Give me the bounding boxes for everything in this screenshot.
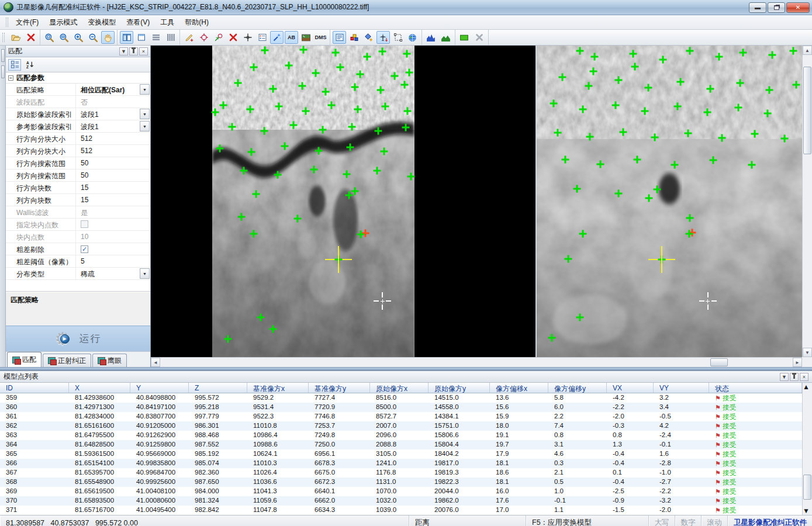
param-value[interactable]: ✓ bbox=[76, 243, 150, 255]
panel-tab-匹配[interactable]: 匹配 bbox=[7, 352, 42, 367]
table-row[interactable]: 36381.6479550040.91262900988.46810986.47… bbox=[0, 431, 802, 440]
match-point-marker[interactable] bbox=[400, 81, 408, 89]
column-header-VY[interactable]: VY bbox=[654, 383, 709, 393]
table-row[interactable]: 36781.6539570040.99684700982.36011026.46… bbox=[0, 468, 802, 477]
match-point-marker[interactable] bbox=[351, 188, 358, 195]
match-point-marker[interactable] bbox=[343, 170, 350, 178]
param-value[interactable]: 50 bbox=[76, 169, 150, 181]
table-row[interactable]: 35981.4293860040.84098800995.5729529.277… bbox=[0, 393, 802, 403]
match-point-marker[interactable] bbox=[281, 143, 288, 150]
match-point-marker[interactable] bbox=[645, 194, 653, 202]
scroll-right-arrow[interactable]: ► bbox=[793, 358, 802, 367]
match-point-marker[interactable] bbox=[579, 230, 586, 238]
match-point-marker[interactable] bbox=[290, 122, 298, 129]
param-dropdown-button[interactable]: ▼ bbox=[140, 109, 150, 119]
param-dropdown-button[interactable]: ▼ bbox=[140, 268, 150, 279]
match-point-marker[interactable] bbox=[659, 56, 666, 63]
table-row[interactable]: 36181.4283400040.83807700997.7799522.377… bbox=[0, 412, 802, 421]
match-point-marker[interactable] bbox=[579, 106, 586, 113]
match-point-marker[interactable] bbox=[381, 102, 389, 110]
match-point-marker[interactable] bbox=[211, 108, 219, 116]
match-point-marker[interactable] bbox=[709, 157, 717, 164]
table-vertical-scrollbar[interactable]: ▲ ▼ bbox=[802, 383, 812, 515]
column-header-基准像方y[interactable]: 基准像方y bbox=[309, 383, 370, 393]
delete-red-x-button[interactable] bbox=[24, 31, 37, 44]
match-point-marker[interactable] bbox=[407, 173, 414, 181]
match-point-marker[interactable] bbox=[363, 53, 371, 61]
param-dropdown-button[interactable]: ▼ bbox=[140, 84, 150, 95]
match-point-marker[interactable] bbox=[380, 148, 388, 155]
flight-apply-button[interactable] bbox=[376, 31, 390, 44]
table-row[interactable]: 37081.6589350041.00080600981.32411059.66… bbox=[0, 496, 802, 506]
scroll-down-arrow[interactable]: ▼ bbox=[803, 348, 812, 357]
green-rect-button[interactable] bbox=[458, 31, 471, 44]
zoom-out-button[interactable] bbox=[87, 31, 100, 44]
param-checkbox[interactable] bbox=[81, 220, 88, 228]
match-point-marker[interactable] bbox=[246, 106, 254, 113]
source-image-pane[interactable] bbox=[151, 46, 537, 357]
match-point-marker[interactable] bbox=[634, 155, 641, 163]
scroll-up-arrow[interactable]: ▲ bbox=[803, 46, 812, 55]
point-list-button[interactable] bbox=[255, 31, 269, 44]
match-point-marker[interactable] bbox=[685, 230, 693, 237]
match-point-marker[interactable] bbox=[261, 46, 269, 54]
param-row-匹配策略[interactable]: 匹配策略相位匹配(Sar)▼ bbox=[6, 84, 150, 96]
match-point-marker[interactable] bbox=[274, 171, 282, 178]
panel-pin-button[interactable] bbox=[129, 47, 138, 56]
categorize-button[interactable] bbox=[8, 59, 21, 71]
panel-close-button[interactable]: × bbox=[139, 47, 148, 56]
match-point-marker[interactable] bbox=[586, 133, 594, 141]
color-blocks-button[interactable] bbox=[347, 31, 361, 44]
restore-button[interactable] bbox=[768, 2, 785, 13]
match-point-marker[interactable] bbox=[558, 74, 566, 81]
match-point-marker[interactable] bbox=[790, 47, 797, 55]
column-header-X[interactable]: X bbox=[69, 383, 130, 393]
param-dropdown-button[interactable]: ▼ bbox=[140, 121, 150, 132]
match-point-marker[interactable] bbox=[561, 155, 569, 163]
match-point-marker[interactable] bbox=[247, 148, 255, 156]
column-header-基准像方x[interactable]: 基准像方x bbox=[247, 383, 309, 393]
table-row[interactable]: 36981.6561950041.00408100984.00011041.36… bbox=[0, 487, 802, 496]
param-value[interactable]: 512 bbox=[76, 133, 150, 144]
match-point-marker[interactable] bbox=[644, 84, 652, 91]
param-value[interactable]: 否 bbox=[76, 96, 150, 108]
close-button[interactable]: ✕ bbox=[786, 2, 810, 13]
table-row[interactable]: 36281.6516160040.91205000986.30111010.87… bbox=[0, 421, 802, 431]
column-header-像方偏移y[interactable]: 像方偏移y bbox=[548, 383, 607, 393]
menu-item-显示模式[interactable]: 显示模式 bbox=[44, 16, 82, 29]
param-value[interactable]: 512 bbox=[76, 145, 150, 157]
collapse-icon[interactable]: − bbox=[8, 75, 13, 81]
table-row[interactable]: 36081.4297130040.84197100995.2189531.477… bbox=[0, 403, 802, 412]
match-point-marker[interactable] bbox=[379, 48, 386, 56]
match-point-marker[interactable] bbox=[739, 49, 747, 57]
table-scroll-down-arrow[interactable]: ▼ bbox=[803, 507, 812, 515]
param-row-参考影像波段索引[interactable]: 参考影像波段索引波段1▼ bbox=[6, 120, 150, 133]
match-point-marker[interactable] bbox=[780, 135, 788, 143]
selected-point-crosshair[interactable] bbox=[648, 246, 675, 273]
az-sort-button[interactable]: AZ bbox=[23, 59, 36, 71]
column-header-Z[interactable]: Z bbox=[189, 383, 247, 393]
match-point-marker[interactable] bbox=[300, 46, 307, 53]
match-point-marker[interactable] bbox=[322, 88, 330, 95]
match-point-marker[interactable] bbox=[554, 129, 562, 137]
match-point-marker[interactable] bbox=[630, 50, 637, 57]
match-point-marker[interactable] bbox=[766, 86, 773, 94]
match-point-marker[interactable] bbox=[285, 62, 293, 70]
table-row[interactable]: 36581.5936150040.95669000985.19210624.16… bbox=[0, 449, 802, 459]
match-point-marker[interactable] bbox=[346, 144, 354, 151]
menu-item-文件F[interactable]: 文件(F) bbox=[11, 16, 44, 29]
match-point-marker[interactable] bbox=[391, 72, 398, 80]
match-point-marker[interactable] bbox=[614, 189, 622, 197]
menu-item-工具[interactable]: 工具 bbox=[155, 16, 179, 29]
match-point-marker[interactable] bbox=[294, 215, 302, 223]
match-point-marker[interactable] bbox=[331, 49, 339, 57]
param-row-列方向分块大小[interactable]: 列方向分块大小512 bbox=[6, 145, 150, 157]
match-point-marker[interactable] bbox=[240, 167, 248, 175]
form-view-button[interactable] bbox=[333, 31, 346, 44]
table-scroll-up-arrow[interactable]: ▲ bbox=[803, 383, 812, 391]
match-point-marker[interactable] bbox=[576, 313, 584, 321]
param-row-分布类型[interactable]: 分布类型稀疏▼ bbox=[6, 268, 150, 280]
menu-item-变换模型[interactable]: 变换模型 bbox=[82, 16, 121, 29]
param-value[interactable]: 5 bbox=[76, 255, 150, 267]
gray-x-button[interactable] bbox=[472, 31, 486, 44]
